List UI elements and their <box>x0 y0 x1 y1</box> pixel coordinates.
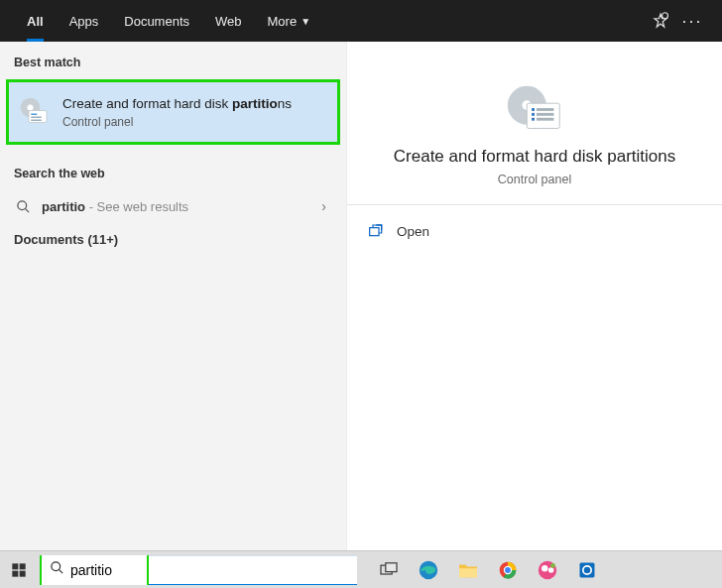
edge-icon[interactable] <box>409 551 448 589</box>
disk-partition-icon <box>17 94 53 130</box>
disk-partition-icon-large <box>500 79 569 139</box>
tab-apps-label: Apps <box>69 14 99 29</box>
teams-icon[interactable] <box>528 551 567 589</box>
svg-point-30 <box>505 567 511 573</box>
svg-point-32 <box>542 564 547 570</box>
chrome-icon[interactable] <box>488 551 528 589</box>
svg-rect-4 <box>31 114 37 116</box>
best-match-title: Create and format hard disk partitions <box>62 95 292 113</box>
scope-tabs: All Apps Documents Web More▼ <box>14 0 323 42</box>
svg-rect-15 <box>537 113 554 116</box>
outlook-icon[interactable] <box>567 551 607 589</box>
tab-all-label: All <box>27 14 44 29</box>
svg-rect-16 <box>537 118 554 121</box>
preview-panel: Create and format hard disk partitions C… <box>347 42 722 550</box>
caret-down-icon: ▼ <box>301 16 310 27</box>
open-action[interactable]: Open <box>367 215 702 247</box>
svg-point-0 <box>662 13 668 19</box>
best-match-heading: Best match <box>0 42 346 79</box>
tab-documents-label: Documents <box>124 14 189 29</box>
start-button[interactable] <box>0 551 38 589</box>
svg-rect-13 <box>532 118 535 121</box>
taskbar-search-box[interactable] <box>42 555 147 585</box>
svg-point-34 <box>550 563 555 568</box>
svg-rect-14 <box>537 108 554 111</box>
best-match-subtitle: Control panel <box>62 115 292 129</box>
tab-documents[interactable]: Documents <box>111 0 202 42</box>
taskbar-search-box-highlight <box>40 555 149 585</box>
web-result-row[interactable]: partitio - See web results › <box>0 190 346 222</box>
tab-web[interactable]: Web <box>202 0 255 42</box>
documents-heading[interactable]: Documents (11+) <box>0 222 346 247</box>
chevron-right-icon[interactable]: › <box>321 198 332 214</box>
svg-point-7 <box>17 200 26 209</box>
taskbar-search-box-rest[interactable] <box>149 555 357 585</box>
feedback-icon[interactable] <box>645 5 676 37</box>
svg-line-23 <box>59 569 62 573</box>
web-result-text: partitio - See web results <box>42 199 188 214</box>
results-panel: Best match Create and <box>0 42 347 550</box>
open-icon <box>367 223 385 239</box>
preview-subtitle: Control panel <box>498 173 571 186</box>
svg-rect-5 <box>31 117 42 119</box>
svg-rect-12 <box>532 113 535 116</box>
taskbar <box>0 550 722 588</box>
search-web-heading: Search the web <box>0 153 346 190</box>
svg-rect-6 <box>31 120 42 122</box>
svg-point-33 <box>548 567 554 573</box>
svg-rect-35 <box>580 562 595 577</box>
task-view-icon[interactable] <box>369 551 409 589</box>
tab-more-label: More <box>268 14 298 29</box>
search-header: All Apps Documents Web More▼ ··· <box>0 0 722 42</box>
tab-web-label: Web <box>215 14 242 29</box>
svg-rect-21 <box>20 570 26 576</box>
svg-point-22 <box>52 562 60 571</box>
svg-rect-25 <box>386 562 397 571</box>
search-icon <box>14 199 32 214</box>
tab-apps[interactable]: Apps <box>57 0 112 42</box>
tab-more[interactable]: More▼ <box>255 0 324 42</box>
open-label: Open <box>397 224 429 239</box>
search-icon <box>50 560 64 579</box>
svg-rect-20 <box>12 570 18 576</box>
svg-rect-17 <box>370 228 379 236</box>
taskbar-search-input[interactable] <box>70 555 139 585</box>
taskbar-pinned-apps <box>369 551 607 589</box>
svg-rect-27 <box>459 568 477 577</box>
svg-rect-11 <box>532 108 535 111</box>
tab-all[interactable]: All <box>14 0 57 42</box>
preview-title: Create and format hard disk partitions <box>394 147 675 167</box>
overflow-icon[interactable]: ··· <box>676 5 708 37</box>
svg-rect-19 <box>20 563 26 569</box>
svg-rect-18 <box>12 563 18 569</box>
svg-point-2 <box>28 105 34 111</box>
file-explorer-icon[interactable] <box>448 551 488 589</box>
best-match-result[interactable]: Create and format hard disk partitions C… <box>6 79 340 145</box>
svg-line-8 <box>25 208 29 212</box>
